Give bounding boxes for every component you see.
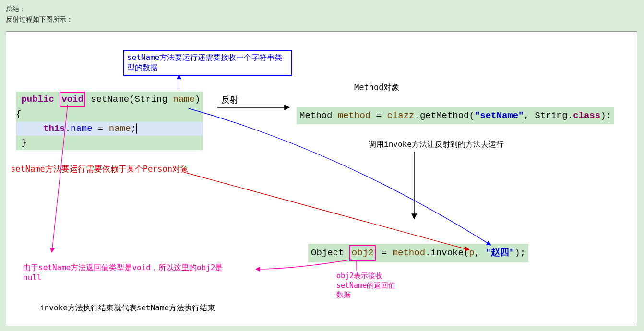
void-box: void — [60, 92, 85, 107]
cr-t7: , String. — [524, 110, 573, 121]
cr-t9: ); — [600, 110, 611, 121]
red-note: setName方法要运行需要依赖于某个Person对象 — [11, 164, 189, 175]
code-left-line2: this.name = name; — [16, 122, 203, 136]
header-line1: 总结： — [6, 4, 638, 14]
kw-public: public — [21, 94, 54, 105]
cr-t5: .getMethod( — [414, 110, 474, 121]
cb-t2: obj2 — [352, 248, 374, 258]
dot: . — [65, 123, 71, 134]
kw-this: this — [43, 123, 65, 134]
cb-t9: ); — [514, 248, 525, 258]
param-ref: name — [109, 123, 131, 134]
method-name: setName(String — [91, 94, 173, 105]
code-left: public void setName(String name) { this.… — [16, 92, 203, 150]
eq: = — [93, 123, 109, 134]
close-brace: } — [21, 137, 26, 148]
arrow-blue-curve — [189, 108, 491, 245]
magenta-note: 由于setName方法返回值类型是void，所以这里的obj2是null — [23, 263, 239, 283]
cb-t6: p — [469, 248, 474, 258]
header: 总结： 反射过程如下图所示： — [0, 0, 644, 29]
code-bottom: Object obj2 = method.invoke(p, "赵四"); — [308, 244, 528, 262]
cr-t6: "setName" — [475, 110, 524, 121]
field-name: name — [71, 123, 93, 134]
kw-void: void — [61, 94, 83, 105]
obj2-box: obj2 — [349, 245, 376, 261]
diagram-container: setName方法要运行还需要接收一个字符串类型的数据 public void … — [6, 31, 637, 326]
arrow-red-p — [184, 172, 469, 250]
cb-t3: = — [376, 248, 392, 258]
param-name: name — [173, 94, 195, 105]
cb-t1: Object — [311, 248, 349, 258]
invoke-end-label: invoke方法执行结束就代表setName方法执行结束 — [40, 303, 215, 313]
invoke-call-label: 调用invoke方法让反射到的方法去运行 — [369, 140, 504, 150]
blue-annotation-box: setName方法要运行还需要接收一个字符串类型的数据 — [123, 50, 292, 76]
reflect-label: 反射 — [221, 94, 239, 106]
code-right: Method method = clazz.getMethod("setName… — [297, 107, 614, 124]
cr-t3: = — [370, 110, 387, 121]
cr-t2: method — [338, 110, 370, 121]
cb-t8: "赵四" — [486, 248, 515, 258]
blue-annotation-text: setName方法要运行还需要接收一个字符串类型的数据 — [127, 53, 282, 72]
code-left-line3: } — [16, 136, 203, 150]
cr-t8: class — [573, 110, 600, 121]
cr-t4: clazz — [387, 110, 414, 121]
obj2-note: obj2表示接收setName的返回值数据 — [336, 272, 399, 300]
code-left-line1: public void setName(String name) { — [16, 92, 203, 122]
cb-t4: method — [393, 248, 425, 258]
semi: ; — [131, 123, 136, 134]
header-line2: 反射过程如下图所示： — [6, 14, 638, 25]
method-object-label: Method对象 — [354, 82, 400, 93]
cr-t1: Method — [299, 110, 338, 121]
cb-t7: , — [475, 248, 486, 258]
cb-t5: .invoke( — [425, 248, 469, 258]
